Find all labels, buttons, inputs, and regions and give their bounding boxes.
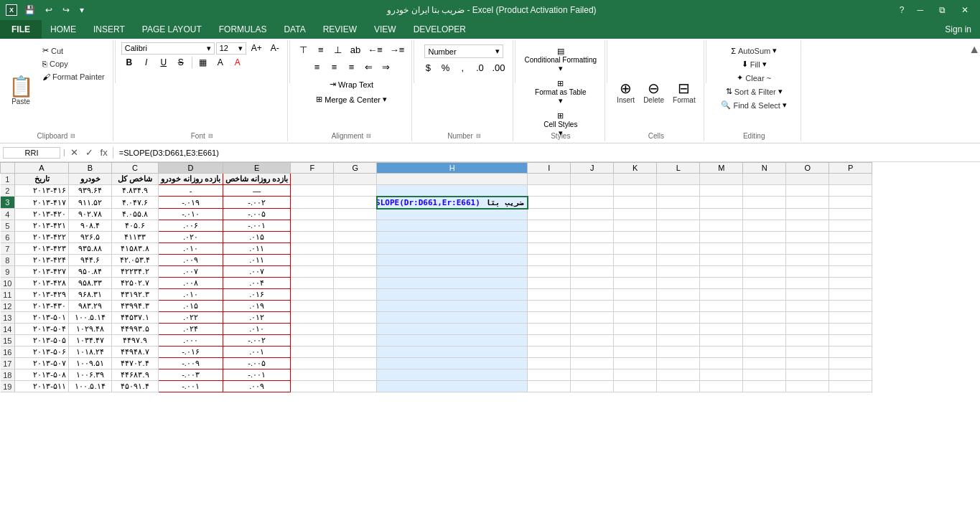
table-cell[interactable] [377,301,528,312]
table-cell[interactable]: .۰۲۴ [159,324,223,335]
table-cell[interactable]: ۴۴۷۰۲.۴ [112,358,159,369]
table-cell[interactable] [614,278,657,289]
align-center-btn[interactable]: ≡ [327,59,342,75]
table-cell[interactable]: ۹۶۸.۳۱ [69,289,112,301]
table-cell[interactable]: .۰۱۰ [159,243,223,255]
table-cell[interactable] [743,266,786,278]
sign-in-link[interactable]: Sign in [936,22,980,37]
table-cell[interactable]: -.۰۰۱ [223,369,291,381]
table-cell[interactable]: ۱۰۰.۵.۱۴ [69,381,112,392]
close-btn[interactable]: ✕ [956,4,974,17]
col-header-g[interactable]: G [334,163,377,174]
currency-btn[interactable]: $ [420,60,436,75]
table-cell[interactable] [829,174,872,185]
table-cell[interactable]: ۱۰۲۹.۴۸ [69,324,112,335]
table-cell[interactable] [291,243,334,255]
table-cell[interactable] [528,347,571,358]
table-cell[interactable] [614,243,657,255]
table-cell[interactable]: ۹۳۵.۸۸ [69,243,112,255]
table-cell[interactable]: ۲۰۱۳-۵۰۱ [15,312,69,324]
table-cell[interactable] [614,266,657,278]
table-cell[interactable]: ۲۰۱۳-۵۰۴ [15,324,69,335]
table-container[interactable]: A B C D E F G H I J K L M N O [0,162,980,523]
table-cell[interactable] [377,369,528,381]
table-cell[interactable] [614,289,657,301]
table-cell[interactable]: ۲۰۱۳-۵۰۵ [15,335,69,347]
name-box-input[interactable] [3,147,60,159]
decrease-font-btn[interactable]: A- [267,42,283,55]
table-cell[interactable] [786,185,829,197]
table-cell[interactable]: .۰۱۰ [159,289,223,301]
wrap-text-btn[interactable]: ⇥ Wrap Text [326,77,377,91]
table-cell[interactable] [829,347,872,358]
table-cell[interactable]: ۴.۰۵۵.۸ [112,209,159,220]
table-cell[interactable] [743,220,786,232]
table-cell[interactable] [377,358,528,369]
table-cell[interactable] [291,301,334,312]
cut-button[interactable]: ✂ Cut [39,44,108,57]
table-cell[interactable] [743,243,786,255]
table-cell[interactable]: ۲۰۱۳-۴۲۱ [15,220,69,232]
percent-btn[interactable]: % [437,60,453,75]
table-cell[interactable]: ۹۵۸.۳۳ [69,278,112,289]
table-cell[interactable]: ۴۳۱۹۲.۳ [112,289,159,301]
col-header-c[interactable]: C [112,163,159,174]
table-cell[interactable] [291,347,334,358]
table-cell[interactable]: .۰۱۲ [223,312,291,324]
table-cell[interactable] [829,255,872,266]
file-tab[interactable]: FILE [0,20,42,39]
underline-btn[interactable]: U [156,56,172,69]
table-cell[interactable] [700,232,743,243]
row-number[interactable]: 19 [1,381,15,392]
table-cell[interactable] [291,197,334,209]
table-cell[interactable] [571,174,614,185]
table-cell[interactable]: .۰۰۸ [159,278,223,289]
align-top-btn[interactable]: ⊤ [296,42,312,57]
table-cell[interactable]: -.۰۰۵ [223,358,291,369]
table-cell[interactable] [334,185,377,197]
fill-color-btn[interactable]: A [213,56,228,69]
table-cell[interactable] [334,324,377,335]
table-cell[interactable]: ۴.۰۴۷.۶ [112,197,159,209]
table-cell[interactable] [528,289,571,301]
table-cell[interactable] [657,335,700,347]
table-cell[interactable]: -.۰۱۶ [159,347,223,358]
border-btn[interactable]: ▦ [195,56,211,69]
table-cell[interactable] [700,209,743,220]
row-number[interactable]: 11 [1,289,15,301]
table-cell[interactable] [700,278,743,289]
table-cell[interactable] [334,347,377,358]
table-cell[interactable] [334,266,377,278]
restore-btn[interactable]: ⧉ [933,4,951,17]
help-btn[interactable]: ? [897,4,907,17]
table-cell[interactable] [528,266,571,278]
table-cell[interactable] [291,369,334,381]
table-cell[interactable] [657,185,700,197]
data-tab[interactable]: DATA [275,20,314,39]
table-cell[interactable] [334,232,377,243]
table-cell[interactable] [571,369,614,381]
table-cell[interactable] [334,174,377,185]
indent-increase-btn[interactable]: →≡ [387,42,408,57]
table-cell[interactable] [334,255,377,266]
table-cell[interactable] [829,381,872,392]
cancel-formula-btn[interactable]: ✕ [68,147,80,158]
table-cell[interactable]: ۲۰۱۳-۵۰۶ [15,347,69,358]
table-cell[interactable] [786,232,829,243]
col-header-m[interactable]: M [700,163,743,174]
table-cell[interactable] [786,381,829,392]
table-cell[interactable] [571,381,614,392]
table-cell[interactable] [700,324,743,335]
table-cell[interactable] [786,174,829,185]
comma-btn[interactable]: , [454,60,470,75]
table-cell[interactable]: بازده روزانه خودرو [159,174,223,185]
conditional-formatting-btn[interactable]: ▤ Conditional Formatting ▾ [521,44,601,75]
format-as-table-btn[interactable]: ⊞ Format as Table ▾ [531,77,590,108]
table-cell[interactable] [528,185,571,197]
table-cell[interactable] [377,335,528,347]
delete-btn[interactable]: ⊖ Delete [640,79,668,106]
table-cell[interactable]: ۲۰۱۳-۴۲۹ [15,289,69,301]
number-expand-icon[interactable]: ⊟ [476,133,481,139]
table-cell[interactable] [614,174,657,185]
table-cell[interactable]: -.۰۰۵ [223,209,291,220]
